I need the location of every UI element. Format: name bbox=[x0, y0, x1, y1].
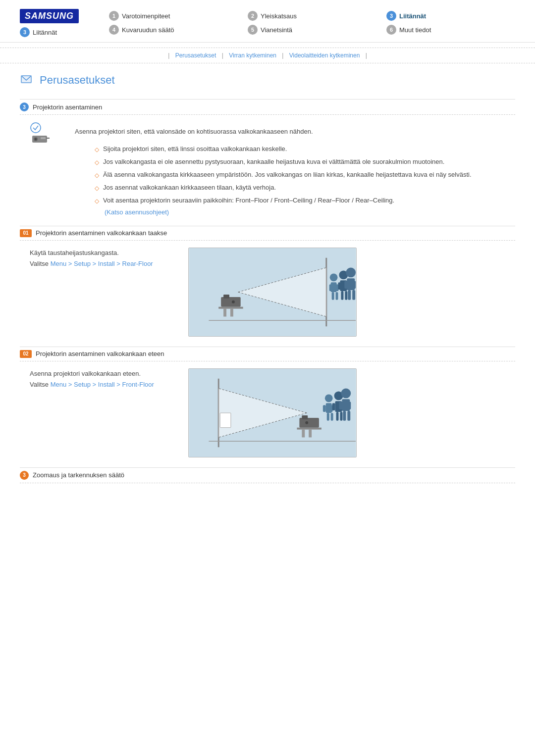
svg-rect-29 bbox=[341, 291, 343, 300]
front-floor-svg bbox=[189, 369, 356, 457]
svg-point-2 bbox=[31, 123, 41, 133]
svg-rect-65 bbox=[343, 411, 346, 421]
svg-rect-23 bbox=[332, 292, 334, 300]
rear-floor-menu-path: Valitse bbox=[30, 260, 51, 267]
svg-point-15 bbox=[232, 301, 235, 303]
step-badge-02: 02 bbox=[20, 350, 32, 358]
active-section-label: Liitännät bbox=[33, 29, 57, 36]
breadcrumb-perusasetukset[interactable]: Perusasetukset bbox=[175, 52, 216, 59]
section-2-header: 01 Projektorin asentaminen valkokankaan … bbox=[20, 226, 515, 241]
breadcrumb-bar: | Perusasetukset | Virran kytkeminen | V… bbox=[0, 48, 535, 63]
svg-rect-34 bbox=[352, 281, 356, 289]
front-floor-text: Asenna projektori valkokankaan eteen. Va… bbox=[30, 368, 178, 390]
svg-rect-48 bbox=[309, 429, 312, 437]
nav-item-4[interactable]: 4 Kuvaruudun säätö bbox=[109, 25, 238, 35]
front-floor-menu-link[interactable]: Menu > Setup > Install > bbox=[51, 381, 122, 388]
svg-rect-46 bbox=[297, 427, 321, 429]
svg-rect-57 bbox=[332, 403, 335, 410]
svg-rect-24 bbox=[336, 292, 338, 300]
section-3-header: 02 Projektorin asentaminen valkokankaan … bbox=[20, 347, 515, 361]
front-floor-valitse: Valitse bbox=[30, 381, 51, 388]
svg-rect-14 bbox=[223, 295, 229, 299]
bullet-text-5: Voit asentaa projektorin seuraaviin paik… bbox=[103, 196, 394, 205]
page-title-row: Perusasetukset bbox=[20, 73, 515, 91]
samsung-logo: SAMSUNG bbox=[20, 9, 79, 23]
active-section-badge: 3 Liitännät bbox=[20, 27, 57, 37]
projector-intro-area: Asenna projektori siten, että valonsäde … bbox=[30, 122, 515, 216]
bullet-text-4: Jos asennat valkokankaan kirkkaaseen til… bbox=[103, 183, 276, 193]
rear-floor-destination: Rear-Floor bbox=[122, 260, 153, 267]
bullet-5: ◇ Voit asentaa projektorin seuraaviin pa… bbox=[95, 196, 472, 205]
svg-point-19 bbox=[330, 273, 338, 281]
header-nav: 1 Varotoimenpiteet 2 Yleiskatsaus 3 Liit… bbox=[109, 9, 515, 35]
svg-point-5 bbox=[35, 138, 37, 140]
rear-floor-body: Käytä taustaheijastuskangasta. Valitse M… bbox=[30, 248, 515, 337]
nav-item-3[interactable]: 3 Liitännät bbox=[386, 11, 515, 21]
svg-rect-27 bbox=[338, 282, 341, 290]
svg-rect-51 bbox=[323, 405, 326, 412]
svg-rect-47 bbox=[302, 429, 305, 437]
breadcrumb-virran[interactable]: Virran kytkeminen bbox=[229, 52, 276, 59]
page-title-icon bbox=[20, 73, 35, 87]
section-front-floor: 02 Projektorin asentaminen valkokankaan … bbox=[20, 347, 515, 457]
svg-rect-54 bbox=[331, 413, 333, 421]
rear-floor-diagram bbox=[188, 248, 357, 337]
section-zoom: 3 Zoomaus ja tarkennuksen säätö bbox=[20, 467, 515, 483]
nav-item-2[interactable]: 2 Yleiskatsaus bbox=[248, 11, 376, 21]
main-content: Perusasetukset 3 Projektorin asentaminen bbox=[0, 68, 535, 513]
section-1-badge: 3 bbox=[20, 102, 29, 111]
front-floor-diagram bbox=[188, 368, 357, 457]
section-4-title: Zoomaus ja tarkennuksen säätö bbox=[33, 471, 124, 479]
nav-label-5: Vianetsintä bbox=[261, 26, 292, 34]
header-left: SAMSUNG 3 Liitännät bbox=[20, 9, 79, 37]
svg-rect-18 bbox=[230, 308, 233, 316]
svg-rect-13 bbox=[221, 297, 241, 307]
svg-rect-64 bbox=[347, 402, 351, 409]
bullet-diamond-3: ◇ bbox=[95, 171, 99, 180]
svg-rect-6 bbox=[41, 137, 46, 139]
bullet-text-2: Jos valkokangasta ei ole asennettu pysty… bbox=[103, 157, 444, 167]
front-floor-destination: Front-Floor bbox=[122, 381, 154, 388]
bullet-2: ◇ Jos valkokangasta ei ole asennettu pys… bbox=[95, 157, 472, 167]
svg-point-31 bbox=[346, 267, 356, 277]
rear-floor-menu-link[interactable]: Menu > Setup > Install > bbox=[51, 260, 122, 267]
section-1-header: 3 Projektorin asentaminen bbox=[20, 99, 515, 115]
nav-badge-5: 5 bbox=[248, 25, 258, 35]
section-2-title: Projektorin asentaminen valkokankaan taa… bbox=[36, 229, 167, 237]
nav-badge-2: 2 bbox=[248, 11, 258, 21]
zoom-badge: 3 bbox=[20, 471, 29, 480]
svg-rect-36 bbox=[352, 290, 355, 300]
nav-label-3: Liitännät bbox=[399, 12, 426, 20]
section-rear-floor: 01 Projektorin asentaminen valkokankaan … bbox=[20, 226, 515, 337]
install-guide-link[interactable]: (Katso asennusohjeet) bbox=[105, 208, 169, 216]
front-floor-body: Asenna projektori valkokankaan eteen. Va… bbox=[30, 368, 515, 457]
svg-rect-35 bbox=[348, 290, 351, 300]
section-4-header: 3 Zoomaus ja tarkennuksen säätö bbox=[20, 467, 515, 483]
svg-point-45 bbox=[305, 421, 308, 424]
nav-item-5[interactable]: 5 Vianetsintä bbox=[248, 25, 376, 35]
nav-item-1[interactable]: 1 Varotoimenpiteet bbox=[109, 11, 238, 21]
nav-item-6[interactable]: 6 Muut tiedot bbox=[386, 25, 515, 35]
svg-rect-7 bbox=[47, 138, 50, 139]
front-floor-line2: Valitse Menu > Setup > Install > Front-F… bbox=[30, 379, 178, 390]
svg-rect-44 bbox=[302, 415, 308, 419]
bullet-1: ◇ Sijoita projektori siten, että linssi … bbox=[95, 144, 472, 154]
bullet-4: ◇ Jos asennat valkokankaan kirkkaaseen t… bbox=[95, 183, 472, 193]
nav-label-6: Muut tiedot bbox=[399, 26, 431, 34]
bullet-diamond-5: ◇ bbox=[95, 197, 99, 205]
header: SAMSUNG 3 Liitännät 1 Varotoimenpiteet 2… bbox=[0, 0, 535, 43]
bullet-diamond-1: ◇ bbox=[95, 145, 99, 154]
nav-badge-1: 1 bbox=[109, 11, 119, 21]
section-3-title: Projektorin asentaminen valkokankaan ete… bbox=[36, 350, 164, 357]
page-title: Perusasetukset bbox=[40, 74, 115, 87]
svg-rect-17 bbox=[223, 308, 226, 316]
bullet-text-3: Älä asenna valkokangasta kirkkaaseen ymp… bbox=[103, 170, 472, 180]
svg-rect-16 bbox=[218, 306, 243, 308]
svg-rect-33 bbox=[344, 281, 348, 289]
breadcrumb-video[interactable]: Videolaitteiden kytkeminen bbox=[289, 52, 360, 59]
svg-rect-43 bbox=[299, 418, 319, 428]
svg-rect-67 bbox=[220, 413, 231, 428]
svg-rect-30 bbox=[345, 291, 347, 300]
svg-rect-53 bbox=[327, 413, 329, 421]
svg-point-49 bbox=[325, 394, 333, 402]
